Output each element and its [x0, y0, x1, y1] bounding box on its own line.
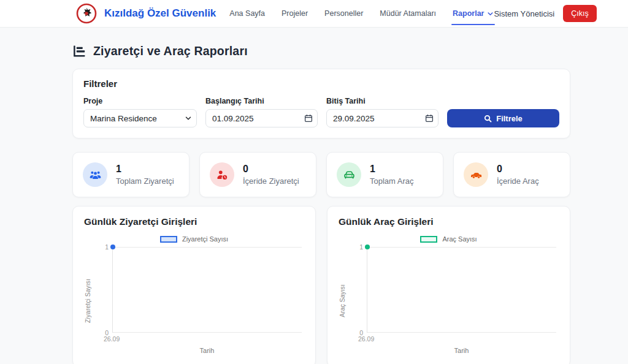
charts-row: Günlük Ziyaretçi Girişleri Ziyaretçi Say… [72, 206, 570, 364]
project-select[interactable]: Marina Residence [83, 109, 197, 127]
stat-text: 0 İçeride Ziyaretçi [243, 164, 299, 186]
gridline-max [113, 247, 302, 248]
calendar-icon[interactable] [304, 114, 313, 123]
stat-value: 1 [370, 164, 414, 175]
end-date-field: Bitiş Tarihi [326, 97, 438, 127]
y-tick-zero: 0 [359, 329, 363, 336]
stat-label: Toplam Ziyaretçi [116, 176, 174, 186]
nav-item-ana-sayfa[interactable]: Ana Sayfa [229, 9, 265, 18]
filters-heading: Filtreler [83, 78, 559, 89]
stat-value: 1 [116, 164, 174, 175]
y-axis-label: Ziyaretçi Sayısı [84, 279, 91, 323]
data-point[interactable] [365, 245, 370, 249]
legend-label: Araç Sayısı [442, 235, 477, 243]
page-title-row: Ziyaretçi ve Araç Raporları [72, 44, 570, 58]
y-tick-zero: 0 [105, 329, 109, 336]
navbar: Kızıldağ Özel Güvenlik Ana Sayfa Projele… [0, 0, 628, 28]
filters-card: Filtreler Proje Marina Residence Başlang… [72, 69, 570, 138]
nav-item-mudur-atamalari[interactable]: Müdür Atamaları [380, 9, 436, 18]
stat-card-inside-visitors: 0 İçeride Ziyaretçi [199, 152, 316, 197]
chart-plot-area[interactable]: Araç Sayısı 1 0 26.09 Tarih [367, 247, 556, 354]
stat-value: 0 [243, 164, 299, 175]
end-date-label: Bitiş Tarihi [326, 97, 438, 105]
chart-legend[interactable]: Ziyaretçi Sayısı [84, 235, 304, 243]
chart-title: Günlük Araç Girişleri [339, 216, 559, 227]
y-tick-max: 1 [105, 243, 109, 251]
nav-item-raporlar[interactable]: Raporlar [453, 9, 494, 18]
search-icon [484, 115, 492, 123]
brand-title[interactable]: Kızıldağ Özel Güvenlik [104, 7, 216, 20]
legend-swatch [160, 236, 177, 243]
car-front-icon [337, 162, 361, 187]
filter-button[interactable]: Filtrele [447, 109, 559, 127]
y-axis-label: Araç Sayısı [339, 284, 346, 317]
stat-label: İçeride Ziyaretçi [243, 176, 299, 186]
data-point[interactable] [110, 245, 115, 249]
filters-grid: Proje Marina Residence Başlangıç Tarihi [83, 97, 559, 127]
legend-swatch [420, 236, 437, 243]
user-section: Sistem Yöneticisi Çıkış [494, 5, 596, 22]
project-field: Proje Marina Residence [83, 97, 197, 127]
vehicles-chart-card: Günlük Araç Girişleri Araç Sayısı Araç S… [327, 206, 570, 364]
nav-links: Ana Sayfa Projeler Personeller Müdür Ata… [229, 9, 494, 18]
stat-text: 1 Toplam Ziyaretçi [116, 164, 174, 186]
main-content: Ziyaretçi ve Araç Raporları Filtreler Pr… [72, 44, 570, 364]
project-label: Proje [83, 97, 197, 105]
start-date-input[interactable] [205, 109, 318, 127]
chevron-down-icon [487, 10, 494, 17]
start-date-label: Başlangıç Tarihi [205, 97, 318, 105]
chart-plot-area[interactable]: Ziyaretçi Sayısı 1 0 26.09 Tarih [112, 247, 302, 354]
start-date-field: Başlangıç Tarihi [205, 97, 318, 127]
stat-text: 0 İçeride Araç [497, 164, 539, 186]
reports-page: Kızıldağ Özel Güvenlik Ana Sayfa Projele… [0, 0, 628, 364]
stat-card-total-vehicles: 1 Toplam Araç [326, 152, 443, 197]
legend-label: Ziyaretçi Sayısı [182, 235, 228, 243]
chart-title: Günlük Ziyaretçi Girişleri [84, 216, 304, 227]
stat-card-total-visitors: 1 Toplam Ziyaretçi [72, 152, 190, 197]
company-crest-logo[interactable] [76, 3, 97, 24]
x-tick: 26.09 [104, 335, 302, 343]
stat-label: İçeride Araç [497, 176, 539, 186]
stats-row: 1 Toplam Ziyaretçi 0 İçeride Ziyaretçi [72, 152, 570, 197]
logout-button[interactable]: Çıkış [563, 5, 596, 22]
filter-button-label: Filtrele [496, 114, 523, 123]
calendar-icon[interactable] [425, 114, 434, 123]
chart-legend[interactable]: Araç Sayısı [339, 235, 559, 243]
stat-text: 1 Toplam Araç [370, 164, 414, 186]
bar-chart-icon [72, 44, 86, 58]
stat-value: 0 [497, 164, 539, 175]
stat-label: Toplam Araç [370, 176, 414, 186]
person-clock-icon [210, 162, 234, 187]
nav-item-projeler[interactable]: Projeler [281, 9, 308, 18]
car-side-icon [464, 162, 488, 187]
nav-item-personeller[interactable]: Personeller [324, 9, 363, 18]
y-tick-max: 1 [359, 243, 363, 251]
stat-card-inside-vehicles: 0 İçeride Araç [453, 152, 570, 197]
end-date-input[interactable] [326, 109, 438, 127]
visitors-chart-card: Günlük Ziyaretçi Girişleri Ziyaretçi Say… [72, 206, 316, 364]
x-axis-label: Tarih [367, 347, 556, 354]
gridline-zero [367, 332, 556, 333]
page-title: Ziyaretçi ve Araç Raporları [93, 44, 248, 58]
x-axis-label: Tarih [112, 347, 302, 354]
gridline-max [367, 247, 556, 248]
x-tick: 26.09 [358, 335, 556, 343]
nav-item-raporlar-label: Raporlar [453, 9, 484, 18]
user-name: Sistem Yöneticisi [494, 9, 554, 18]
gridline-zero [113, 332, 302, 333]
people-group-icon [83, 162, 107, 187]
